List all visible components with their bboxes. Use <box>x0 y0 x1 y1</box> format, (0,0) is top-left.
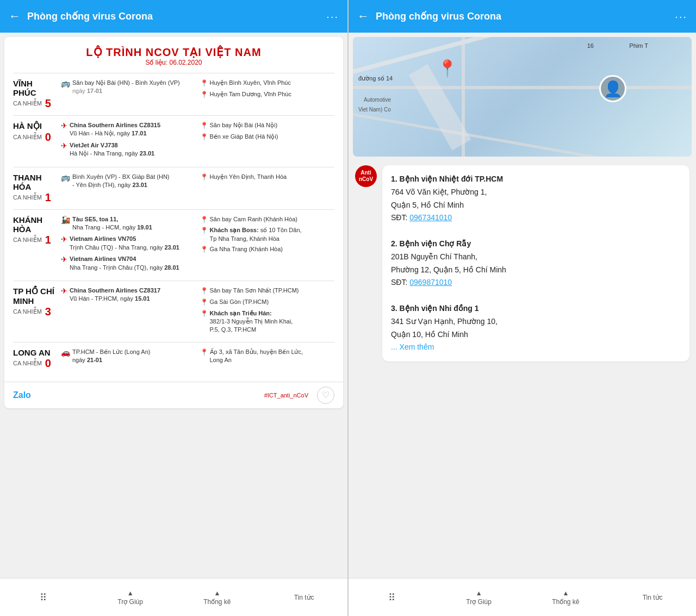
header-title: Phòng chống virus Corona <box>27 10 326 22</box>
right-bottom-nav: ⠿ ▲ Trợ Giúp ▲ Thống kê Tin tức <box>349 578 696 616</box>
province-right: 📍 Sân bay Cam Ranh (Khánh Hòa) 📍 Khách s… <box>200 215 335 257</box>
card-footer: Zalo #ICT_anti_nCoV ♡ <box>4 382 343 408</box>
loc-text: Huyện Yên Định, Thanh Hóa <box>210 173 287 181</box>
province-right: 📍 Sân bay Tân Sơn Nhất (TP.HCM) 📍 Ga Sài… <box>200 287 335 337</box>
pin-icon: 📍 <box>200 133 208 142</box>
province-right: 📍 Huyện Bình Xuyên, Vĩnh Phúc 📍 Huyện Ta… <box>200 79 335 102</box>
pin-icon: 📍 <box>200 287 208 296</box>
up-arrow-icon: ▲ <box>127 589 134 597</box>
loc-item: 📍 Bến xe Giáp Bát (Hà Nội) <box>200 133 335 142</box>
province-left: VĨNH PHÚC CA NHIỄM 5 <box>13 79 57 110</box>
train-icon: 🚂 <box>61 215 70 224</box>
province-name: LONG AN <box>13 348 57 357</box>
nav-help[interactable]: ▲ Trợ Giúp <box>87 589 174 606</box>
province-name: VĨNH PHÚC <box>13 79 57 97</box>
plane-icon: ✈ <box>61 287 67 295</box>
back-button[interactable]: ← <box>357 9 369 23</box>
province-ha-noi: HÀ NỘI CA NHIỄM 0 ✈ China Southern Airli… <box>13 115 334 167</box>
map-label-viet: Viet Nam) Co <box>358 107 391 113</box>
more-options-button[interactable]: ··· <box>675 10 687 23</box>
province-middle: ✈ China Southern Airlines CZ8317Vũ Hán -… <box>57 287 200 307</box>
right-panel: ← Phòng chống virus Corona ··· Phim T 16… <box>349 0 696 616</box>
loc-item: 📍 Sân bay Nội Bài (Hà Nội) <box>200 121 335 130</box>
loc-item: 📍 Ga Sài Gòn (TP.HCM) <box>200 298 335 307</box>
loc-text: Huyện Bình Xuyên, Vĩnh Phúc <box>210 79 291 87</box>
province-middle: 🚂 Tàu SE5, toa 11,Nha Trang - HCM, ngày … <box>57 215 200 275</box>
map-label-road14: đường số 14 <box>358 75 393 82</box>
province-thanh-hoa: THANH HÓA CA NHIỄM 1 🚌 Bình Xuyên (VP) -… <box>13 167 334 209</box>
more-options-button[interactable]: ··· <box>326 10 339 23</box>
pin-icon: 📍 <box>200 245 208 254</box>
nav-grid[interactable]: ⠿ <box>0 592 87 603</box>
province-vinh-phuc: VĨNH PHÚC CA NHIỄM 5 🚌 Sân bay Nội Bài (… <box>13 73 334 115</box>
route-item: ✈ VietJet Air VJ738Hà Nội - Nha Trang, n… <box>61 141 196 158</box>
province-hcm: TP HỒ CHÍ MINH CA NHIỄM 3 ✈ China Southe… <box>13 281 334 342</box>
loc-text: Sân bay Cam Ranh (Khánh Hòa) <box>210 215 297 223</box>
province-left: LONG AN CA NHIỄM 0 <box>13 348 57 370</box>
card-subtitle: Số liệu: 06.02.2020 <box>13 59 334 66</box>
pin-icon: 📍 <box>200 298 208 307</box>
phone-link-1[interactable]: 0967341010 <box>409 213 452 222</box>
nav-help-label: Trợ Giúp <box>466 598 492 606</box>
heart-icon: ♡ <box>322 390 330 400</box>
right-content: Phim T 16 đường số 14 Automotive Viet Na… <box>349 33 696 578</box>
loc-text: Ga Sài Gòn (TP.HCM) <box>210 298 269 306</box>
map-view[interactable]: Phim T 16 đường số 14 Automotive Viet Na… <box>353 37 692 157</box>
plane-icon: ✈ <box>61 121 67 130</box>
province-long-an: LONG AN CA NHIỄM 0 🚗 TP.HCM - Bến Lức (L… <box>13 342 334 375</box>
left-panel: ← Phòng chống virus Corona ··· LỘ TRÌNH … <box>0 0 347 616</box>
route-item: 🚌 Sân bay Nội Bài (HN) - Bình Xuyên (VP)… <box>61 79 196 96</box>
back-button[interactable]: ← <box>9 9 21 23</box>
bot-avatar: AntinCoV <box>355 165 377 187</box>
map-location-pin: 📍 <box>437 59 457 78</box>
route-text: Tàu SE5, toa 11,Nha Trang - HCM, ngày 19… <box>72 215 152 232</box>
count-num: 3 <box>45 306 51 318</box>
count-num: 0 <box>45 357 51 370</box>
map-label-auto: Automotive <box>364 97 391 103</box>
loc-item: 📍 Ấp 3, xã Tân Bửu, huyện Bến Lức,Long A… <box>200 348 335 365</box>
route-text: Bình Xuyên (VP) - BX Giáp Bát (HN)- Yên … <box>72 173 170 190</box>
loc-item: 📍 Ga Nha Trang (Khánh Hòa) <box>200 245 335 254</box>
person-icon: 👤 <box>604 80 623 98</box>
nav-help[interactable]: ▲ Trợ Giúp <box>436 589 523 606</box>
route-item: 🚂 Tàu SE5, toa 11,Nha Trang - HCM, ngày … <box>61 215 196 232</box>
nav-stats-label: Thống kê <box>203 598 231 606</box>
pin-icon: 📍 <box>200 226 208 235</box>
nav-stats[interactable]: ▲ Thống kê <box>523 589 610 606</box>
route-item: ✈ China Southern Airlines CZ8315Vũ Hán -… <box>61 121 196 138</box>
map-background: Phim T 16 đường số 14 Automotive Viet Na… <box>353 37 692 157</box>
province-middle: 🚗 TP.HCM - Bến Lức (Long An)ngày 21-01 <box>57 348 200 368</box>
pin-icon: 📍 <box>200 348 208 357</box>
like-button[interactable]: ♡ <box>317 387 334 404</box>
nav-stats[interactable]: ▲ Thống kê <box>174 589 261 606</box>
province-name: HÀ NỘI <box>13 121 57 131</box>
plane-icon: ✈ <box>61 235 67 244</box>
stats-up-icon: ▲ <box>562 589 569 597</box>
hospital-2: 2. Bệnh viện Chợ Rẫy 201B Nguyễn Chí Tha… <box>391 238 681 289</box>
grid-icon: ⠿ <box>40 592 47 603</box>
pin-icon: 📍 <box>200 173 208 182</box>
count-label: CA NHIỄM <box>13 100 42 107</box>
loc-item: 📍 Sân bay Cam Ranh (Khánh Hòa) <box>200 215 335 225</box>
map-label-16: 16 <box>587 42 594 49</box>
route-item: ✈ Vietnam Airlines VN704Nha Trang - Trịn… <box>61 255 196 272</box>
avatar-text: AntinCoV <box>359 170 373 183</box>
province-middle: 🚌 Bình Xuyên (VP) - BX Giáp Bát (HN)- Yê… <box>57 173 200 193</box>
plane-icon: ✈ <box>61 255 67 264</box>
nav-grid[interactable]: ⠿ <box>349 592 436 603</box>
count-num: 0 <box>45 131 51 144</box>
count-num: 1 <box>45 234 51 246</box>
province-right: 📍 Ấp 3, xã Tân Bửu, huyện Bến Lức,Long A… <box>200 348 335 367</box>
province-left: THANH HÓA CA NHIỄM 1 <box>13 173 57 204</box>
count-label: CA NHIỄM <box>13 360 42 367</box>
nav-news[interactable]: Tin tức <box>609 594 696 601</box>
nav-news[interactable]: Tin tức <box>260 594 347 601</box>
bus-icon: 🚌 <box>61 173 70 182</box>
see-more-button[interactable]: ... Xem thêm <box>391 343 434 351</box>
province-name: TP HỒ CHÍ MINH <box>13 287 57 306</box>
loc-item: 📍 Khách sạn Triều Hán:382/1-3 Nguyễn Thị… <box>200 309 335 334</box>
pin-icon: 📍 <box>200 215 208 225</box>
phone-link-2[interactable]: 0969871010 <box>409 278 452 287</box>
province-right: 📍 Sân bay Nội Bài (Hà Nội) 📍 Bến xe Giáp… <box>200 121 335 144</box>
route-text: China Southern Airlines CZ8317Vũ Hán - T… <box>70 287 160 303</box>
